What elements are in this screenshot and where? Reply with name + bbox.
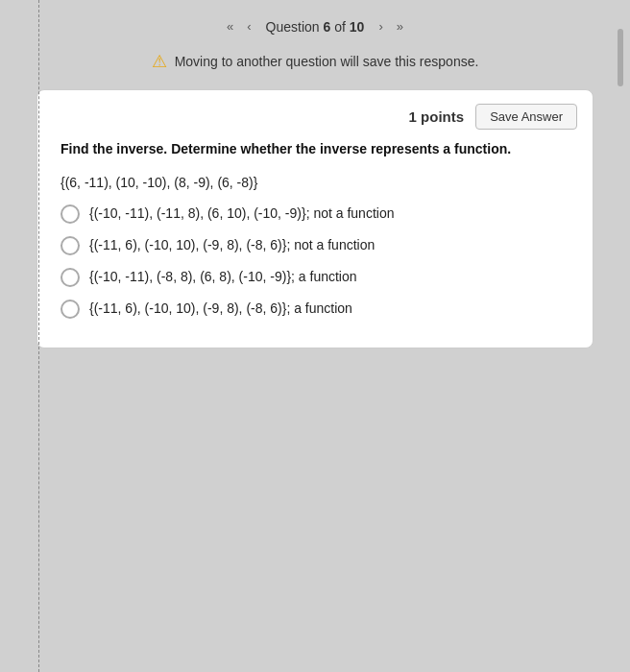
question-text: Find the inverse. Determine whether the … [61,139,569,159]
option-1-radio[interactable] [61,204,80,224]
warning-bar: ⚠ Moving to another question will save t… [0,45,630,82]
points-row: 1 points Save Answer [37,90,593,139]
scrollbar-thumb[interactable] [618,29,623,86]
scrollbar[interactable] [617,0,624,672]
points-label: 1 points [409,108,465,125]
list-item[interactable]: {(-11, 6), (-10, 10), (-9, 8), (-8, 6)};… [61,235,569,255]
option-1-text: {(-10, -11), (-11, 8), (6, 10), (-10, -9… [89,204,394,224]
options-list: {(-10, -11), (-11, 8), (6, 10), (-10, -9… [61,204,569,319]
list-item[interactable]: {(-11, 6), (-10, 10), (-9, 8), (-8, 6)};… [61,299,569,319]
question-card: 1 points Save Answer Find the inverse. D… [36,89,594,348]
prev-question-button[interactable]: ‹ [242,17,255,36]
option-2-radio[interactable] [61,236,80,255]
double-left-arrow-icon: « [227,19,233,34]
page-wrapper: « ‹ Question 6 of 10 › » ⚠ Moving to ano… [0,0,630,672]
list-item[interactable]: {(-10, -11), (-11, 8), (6, 10), (-10, -9… [61,204,569,224]
right-arrow-icon: › [378,19,382,34]
save-answer-button[interactable]: Save Answer [475,104,577,130]
option-2-text: {(-11, 6), (-10, 10), (-9, 8), (-8, 6)};… [89,235,375,255]
option-3-text: {(-10, -11), (-8, 8), (6, 8), (-10, -9)}… [89,267,357,287]
option-3-radio[interactable] [61,268,80,287]
option-4-text: {(-11, 6), (-10, 10), (-9, 8), (-8, 6)};… [89,299,352,319]
question-counter: Question 6 of 10 [266,19,365,35]
first-question-button[interactable]: « [222,17,238,36]
warning-icon: ⚠ [152,51,167,72]
nav-bar: « ‹ Question 6 of 10 › » [0,0,630,45]
last-question-button[interactable]: » [392,17,408,36]
question-content: Find the inverse. Determine whether the … [37,139,593,319]
given-set: {(6, -11), (10, -10), (8, -9), (6, -8)} [61,175,569,190]
left-border-line [38,0,39,672]
option-4-radio[interactable] [61,300,80,319]
left-arrow-icon: ‹ [247,19,251,34]
warning-text: Moving to another question will save thi… [175,54,479,69]
double-right-arrow-icon: » [397,19,403,34]
list-item[interactable]: {(-10, -11), (-8, 8), (6, 8), (-10, -9)}… [61,267,569,287]
next-question-button[interactable]: › [374,17,387,36]
